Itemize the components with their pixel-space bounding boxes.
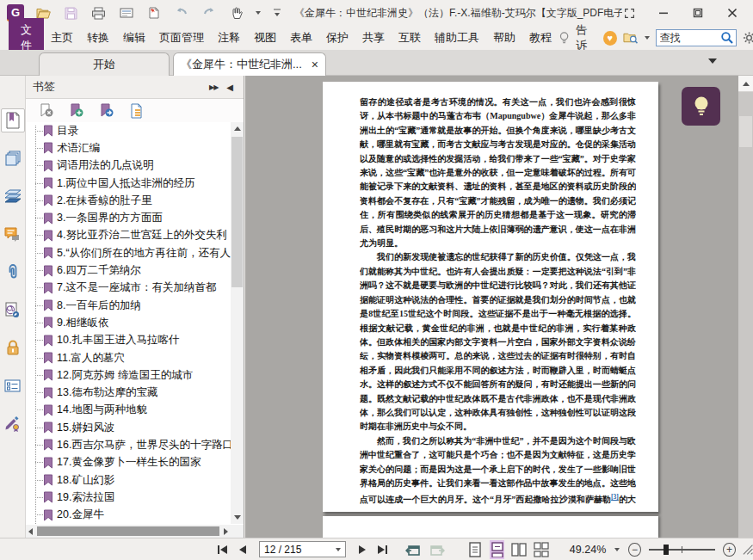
- search-input[interactable]: [657, 32, 720, 44]
- tell-me-label[interactable]: 告诉: [576, 22, 596, 53]
- continuous-view-button[interactable]: [490, 540, 505, 559]
- heart-donate-icon[interactable]: ♥: [603, 31, 617, 46]
- save-button[interactable]: [63, 5, 79, 22]
- zoom-slider[interactable]: [649, 544, 716, 556]
- document-vertical-scrollbar[interactable]: [738, 76, 753, 538]
- search-icon[interactable]: [720, 31, 734, 45]
- bookmark-item[interactable]: 8.一百年后的加纳: [35, 297, 231, 314]
- tab-overflow-dropdown-icon[interactable]: [708, 58, 717, 64]
- bookmarks-horizontal-scrollbar[interactable]: [26, 525, 231, 538]
- bookmark-item[interactable]: 19.索法拉国: [35, 489, 231, 506]
- facing-view-button[interactable]: [511, 540, 527, 559]
- next-view-button[interactable]: [430, 543, 445, 556]
- undo-button[interactable]: [173, 5, 189, 22]
- single-page-view-button[interactable]: [467, 540, 483, 559]
- zoom-slider-thumb[interactable]: [664, 545, 669, 555]
- print-button[interactable]: [90, 5, 107, 22]
- previous-view-button[interactable]: [405, 543, 420, 556]
- comments-button[interactable]: [1, 222, 25, 246]
- mail-button[interactable]: [118, 5, 134, 22]
- settings-gear-icon[interactable]: [743, 31, 753, 45]
- scroll-down-icon[interactable]: [231, 511, 244, 524]
- panel-expand-icon[interactable]: ▶▶: [205, 83, 222, 91]
- tab-close-icon[interactable]: ×: [306, 58, 318, 71]
- scroll-left-icon[interactable]: [28, 528, 33, 535]
- menu-item[interactable]: 编辑: [116, 26, 152, 50]
- attachments-button[interactable]: [1, 260, 25, 284]
- continuous-facing-view-button[interactable]: [534, 540, 549, 559]
- menu-item[interactable]: 保护: [319, 26, 355, 50]
- bookmark-item[interactable]: 4.努比亚乔治二世宫廷上的外交失利: [35, 227, 231, 244]
- pdf-page[interactable]: 留存的途径或者是考古环境的情况。有关这一点，我们也许会感到很惊讶，从本书标题中的…: [323, 82, 658, 512]
- menu-item[interactable]: 注释: [211, 26, 247, 50]
- bookmarks-scrollbar-thumb[interactable]: [231, 137, 243, 287]
- bookmark-item[interactable]: 目录: [35, 122, 231, 139]
- hand-tool-dropdown-icon[interactable]: [256, 11, 261, 15]
- page-thumbnails-button[interactable]: [1, 146, 25, 170]
- first-page-button[interactable]: [217, 545, 228, 555]
- digital-signatures-button[interactable]: [1, 298, 25, 322]
- expand-current-bookmark-icon[interactable]: [130, 103, 144, 119]
- document-scrollbar-thumb[interactable]: [739, 116, 752, 147]
- menu-item[interactable]: 教程: [522, 26, 559, 50]
- bookmark-item[interactable]: 17.黄金像萝卜一样生长的国家: [35, 454, 231, 471]
- bookmark-item[interactable]: 11.富人的墓穴: [35, 349, 231, 366]
- customize-toolbar-button[interactable]: [272, 5, 282, 22]
- bookmark-item[interactable]: 18.矿山幻影: [35, 471, 231, 489]
- bookmark-item[interactable]: 2.在抹香鲸的肚子里: [35, 192, 231, 209]
- menu-item[interactable]: 表单: [283, 26, 319, 50]
- menu-item[interactable]: 视图: [247, 26, 283, 50]
- menu-item[interactable]: 互联: [392, 26, 428, 50]
- layers-button[interactable]: [1, 184, 25, 208]
- bookmark-item[interactable]: 5.“从你们所在的地方再往前，还有人: [35, 244, 231, 262]
- maximize-button[interactable]: [691, 6, 705, 20]
- next-page-button[interactable]: [358, 545, 367, 555]
- scroll-right-icon[interactable]: [224, 528, 228, 535]
- new-document-button[interactable]: [145, 5, 162, 22]
- bookmark-item[interactable]: 20.金犀牛: [35, 507, 231, 524]
- multi-instance-icon[interactable]: [622, 6, 636, 20]
- tab-start[interactable]: 开始: [39, 52, 170, 76]
- menu-item[interactable]: 共享: [355, 26, 392, 50]
- bookmark-item[interactable]: 9.相继皈依: [35, 314, 231, 331]
- lightbulb-icon[interactable]: [559, 31, 570, 45]
- form-fields-button[interactable]: [1, 373, 25, 397]
- bookmarks-hscrollbar-thumb[interactable]: [37, 526, 219, 536]
- bookmark-item[interactable]: 16.西吉尔马萨，世界尽头的十字路口: [35, 436, 231, 453]
- add-bookmark-icon[interactable]: [70, 103, 83, 118]
- minimize-button[interactable]: [657, 6, 670, 20]
- bookmark-item[interactable]: 术语汇编: [35, 139, 231, 157]
- sign-button[interactable]: [1, 411, 25, 435]
- menu-item[interactable]: 辅助工具: [428, 26, 486, 50]
- assistant-lightbulb-button[interactable]: [682, 87, 720, 126]
- resize-grip-icon[interactable]: [743, 544, 753, 556]
- zoom-in-button[interactable]: +: [723, 543, 735, 557]
- bookmark-item[interactable]: 13.德布勒达摩的宝藏: [35, 384, 231, 401]
- page-dropdown-icon[interactable]: [336, 548, 341, 551]
- bookmark-item[interactable]: 12.阿克苏姆 缔造国王的城市: [35, 366, 231, 384]
- zoom-dropdown-icon[interactable]: [614, 548, 620, 551]
- panel-collapse-icon[interactable]: ◀: [222, 83, 237, 92]
- menu-item[interactable]: 主页: [44, 26, 80, 50]
- menu-item[interactable]: 帮助: [486, 26, 522, 50]
- menu-item[interactable]: 页面管理: [152, 26, 211, 50]
- zoom-out-button[interactable]: −: [628, 543, 640, 557]
- bookmark-item[interactable]: 14.地图与两种地貌: [35, 402, 231, 419]
- close-button[interactable]: [725, 6, 739, 20]
- bookmark-item[interactable]: 1.两位中国人抵达非洲的经历: [35, 175, 231, 192]
- zoom-level[interactable]: 49.24%: [566, 544, 606, 556]
- document-scroll-up-icon[interactable]: [738, 76, 753, 92]
- folder-search-icon[interactable]: [623, 31, 639, 45]
- security-button[interactable]: [1, 335, 25, 360]
- bookmark-item[interactable]: 10.扎丰国王进入马拉喀什: [35, 332, 231, 349]
- bookmark-item[interactable]: 7.这不是一座城市：有关加纳首都: [35, 280, 231, 297]
- redo-button[interactable]: [201, 5, 217, 22]
- bookmarks-panel-button[interactable]: [1, 108, 25, 132]
- bookmark-item[interactable]: 词语用法的几点说明: [35, 157, 231, 175]
- hand-tool-button[interactable]: [228, 5, 244, 22]
- menu-item[interactable]: 转换: [80, 26, 116, 50]
- page-number-box[interactable]: 12 / 215: [259, 541, 346, 557]
- scroll-up-icon[interactable]: [231, 122, 244, 135]
- bookmarks-vertical-scrollbar[interactable]: [231, 122, 244, 524]
- folder-search-dropdown-icon[interactable]: [645, 36, 650, 40]
